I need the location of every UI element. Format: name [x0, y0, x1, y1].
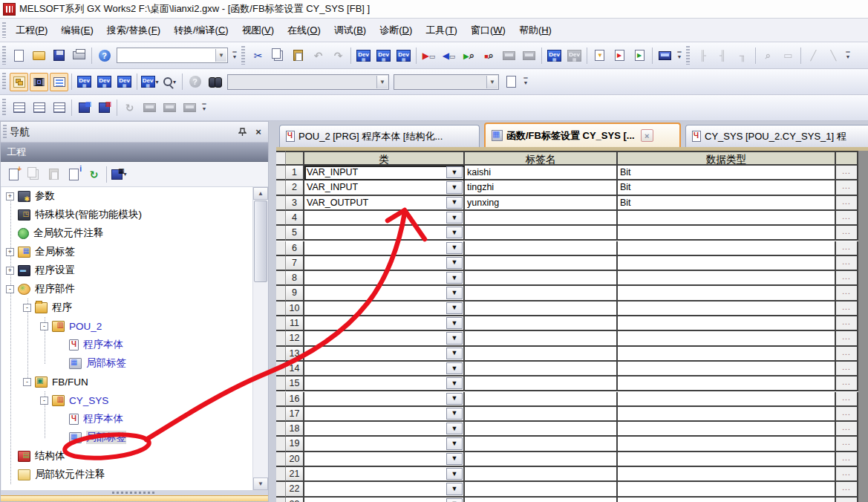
class-cell[interactable]: ▼ [304, 301, 465, 316]
tree-item-全局标签[interactable]: +全局标签 [6, 243, 75, 261]
monitor-stop-icon[interactable] [480, 46, 498, 65]
data-type-cell[interactable] [618, 256, 836, 271]
tree-item-程序设置[interactable]: +程序设置 [6, 261, 75, 280]
monitor-start-icon[interactable] [460, 46, 478, 65]
label-name-cell[interactable] [465, 256, 618, 271]
data-type-browse-button[interactable]: ... [836, 331, 858, 346]
output-window-toggle-icon[interactable] [50, 73, 68, 91]
sort-dropdown-icon[interactable]: ▾ [110, 165, 128, 183]
class-cell[interactable]: ▼ [304, 347, 465, 362]
toolbar-overflow-icon[interactable] [843, 46, 852, 65]
data-type-cell[interactable] [618, 347, 836, 362]
document-tab-1[interactable]: POU_2 [PRG] 程序本体 [结构化... [279, 125, 480, 147]
class-cell[interactable]: VAR_INPUT▼ [304, 180, 465, 195]
data-type-cell[interactable] [618, 422, 836, 437]
label-name-cell[interactable]: kaishi [465, 166, 618, 180]
row-number[interactable]: 5 [286, 226, 304, 241]
tree-item-结构体[interactable]: 结构体 [6, 447, 65, 466]
data-type-browse-button[interactable]: ... [836, 256, 858, 271]
find-target-combo[interactable]: ▼ [227, 74, 389, 90]
label-name-cell[interactable] [465, 316, 618, 331]
collapse-icon[interactable]: - [6, 285, 14, 293]
data-type-cell[interactable] [618, 271, 836, 286]
menu-item-6[interactable]: 调试(B) [327, 21, 373, 40]
class-dropdown-icon[interactable]: ▼ [446, 453, 463, 465]
row-number[interactable]: 21 [286, 467, 304, 482]
tree-item-局部标签[interactable]: 局部标签 [57, 428, 126, 447]
data-type-cell[interactable] [618, 437, 836, 452]
declaration-icon[interactable] [630, 46, 649, 65]
class-dropdown-icon[interactable]: ▼ [446, 408, 463, 420]
class-cell[interactable]: ▼ [304, 211, 465, 226]
class-dropdown-icon[interactable]: ▼ [446, 468, 463, 480]
tree-item-label[interactable]: 参数 [35, 189, 55, 203]
data-type-browse-button[interactable]: ... [836, 211, 858, 226]
copy-icon[interactable] [269, 46, 287, 65]
project-information-icon[interactable]: i [65, 165, 83, 183]
class-cell[interactable]: ▼ [304, 407, 465, 422]
chevron-down-icon[interactable]: ▾ [173, 79, 176, 85]
expand-icon[interactable]: + [6, 267, 14, 275]
label-name-cell[interactable] [465, 362, 618, 376]
row-number[interactable]: 9 [286, 286, 304, 301]
data-type-cell[interactable] [618, 211, 836, 226]
class-cell[interactable]: ▼ [304, 271, 465, 286]
device-memory-list-icon[interactable]: Dev [95, 73, 114, 91]
data-type-cell[interactable] [618, 226, 836, 241]
scroll-up-icon[interactable]: ▲ [253, 187, 268, 200]
tree-item-程序[interactable]: -程序 [23, 299, 72, 317]
collapse-icon[interactable]: - [23, 304, 31, 312]
data-type-cell[interactable] [618, 362, 836, 376]
data-type-cell[interactable] [618, 452, 836, 467]
quick-access-combo[interactable]: ▼ [117, 48, 228, 63]
data-type-browse-button[interactable]: ... [836, 422, 858, 437]
tree-item-label[interactable]: 局部标签 [86, 431, 126, 444]
collapse-icon[interactable]: - [40, 397, 48, 405]
data-type-cell[interactable]: Bit [618, 196, 836, 211]
tree-item-局部软元件注释[interactable]: 局部软元件注释 [6, 466, 105, 484]
toolbar-overflow-icon[interactable] [675, 46, 684, 65]
class-dropdown-icon[interactable]: ▼ [446, 332, 463, 344]
data-type-cell[interactable] [618, 331, 836, 346]
help-icon[interactable]: ? [95, 46, 114, 65]
print-icon[interactable] [70, 46, 88, 65]
row-number[interactable]: 10 [286, 301, 304, 316]
data-type-cell[interactable] [618, 467, 836, 482]
tree-item-label[interactable]: 结构体 [35, 449, 65, 463]
tree-item-参数[interactable]: +参数 [6, 187, 55, 206]
data-type-cell[interactable] [618, 498, 836, 502]
note-icon[interactable] [610, 46, 629, 65]
row-number[interactable]: 22 [286, 482, 304, 497]
label-name-cell[interactable] [465, 241, 618, 256]
tree-item-FB/FUN[interactable]: -FB/FUN [23, 373, 88, 391]
data-type-browse-button[interactable]: ... [836, 467, 858, 482]
tree-item-label[interactable]: POU_2 [69, 321, 102, 332]
expand-icon[interactable]: + [6, 192, 14, 201]
class-cell[interactable]: ▼ [304, 286, 465, 301]
pin-icon[interactable] [235, 126, 249, 139]
device-comment-icon[interactable]: Dev [354, 46, 373, 65]
data-type-browse-button[interactable]: ... [836, 316, 858, 331]
data-type-cell[interactable] [618, 241, 836, 256]
class-dropdown-icon[interactable]: ▼ [446, 348, 463, 359]
tree-item-label[interactable]: 局部标签 [86, 356, 126, 370]
collapse-icon[interactable]: - [40, 322, 48, 330]
data-type-browse-button[interactable]: ... [836, 482, 858, 497]
insert-row-icon[interactable] [10, 99, 28, 117]
data-type-browse-button[interactable]: ... [836, 498, 858, 502]
menu-item-0[interactable]: 工程(P) [9, 21, 54, 40]
data-type-cell[interactable] [618, 376, 836, 391]
open-project-icon[interactable] [30, 46, 48, 65]
row-number[interactable]: 12 [286, 331, 304, 346]
label-name-cell[interactable]: tingzhi [465, 180, 618, 195]
scrollbar-thumb[interactable] [254, 201, 267, 282]
row-number[interactable]: 1 [286, 166, 304, 180]
data-type-browse-button[interactable]: ... [836, 452, 858, 467]
toolbar-overflow-icon[interactable] [230, 46, 239, 65]
class-cell[interactable]: ▼ [304, 437, 465, 452]
refresh-icon[interactable]: ↻ [85, 165, 103, 183]
data-type-cell[interactable]: Bit [618, 166, 836, 180]
label-name-cell[interactable] [465, 422, 618, 437]
data-type-browse-button[interactable]: ... [836, 407, 858, 422]
label-name-cell[interactable] [465, 331, 618, 346]
